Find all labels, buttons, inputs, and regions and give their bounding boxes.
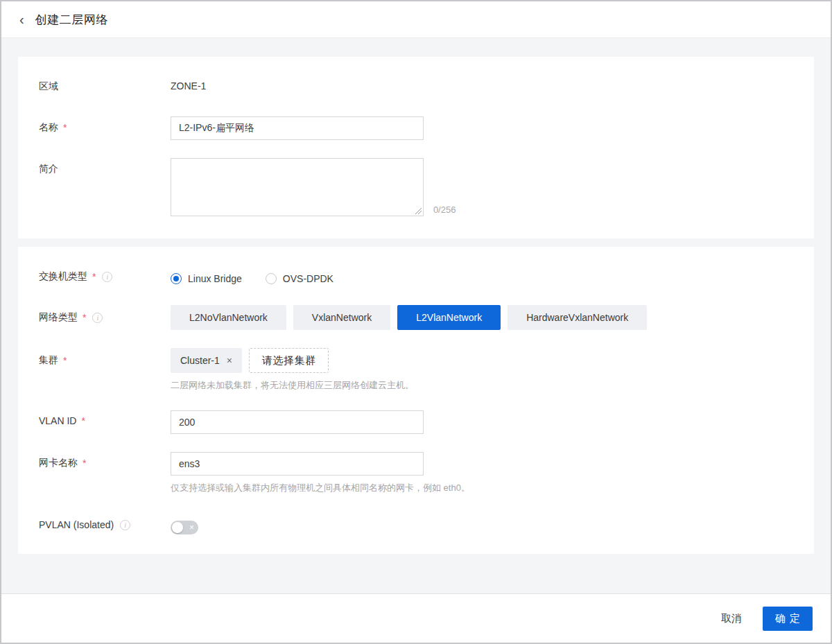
cluster-helper-text: 二层网络未加载集群，将无法使用相应三层网络创建云主机。 [171,379,793,392]
vlan-id-row: VLAN ID* [39,410,793,434]
cluster-label: 集群 [39,354,58,367]
description-label: 简介 [39,163,58,175]
vlan-id-input[interactable] [171,410,424,434]
nic-name-label: 网卡名称 [39,457,78,469]
page-header: ‹ 创建二层网络 [1,1,831,38]
description-label-wrap: 简介 [39,158,171,175]
network-type-button-group: L2NoVlanNetwork VxlanNetwork L2VlanNetwo… [171,305,793,330]
pvlan-label: PVLAN (Isolated) [39,519,114,530]
nic-name-row: 网卡名称* 仅支持选择或输入集群内所有物理机之间具体相同名称的网卡，例如 eth… [39,452,793,494]
zone-label: 区域 [39,80,58,93]
name-input[interactable] [171,116,424,140]
switch-type-radio-group: Linux Bridge OVS-DPDK [171,270,793,284]
zone-row: 区域 ZONE-1 [39,80,793,93]
network-type-vxlan-button[interactable]: VxlanNetwork [293,305,390,330]
cluster-tag-label: Cluster-1 [180,355,220,366]
description-row: 简介 0/256 [39,158,793,216]
required-asterisk: * [63,122,67,133]
radio-unselected-icon [266,273,277,284]
required-asterisk: * [83,458,86,469]
radio-label: Linux Bridge [188,273,242,284]
required-asterisk: * [92,271,96,282]
cluster-label-wrap: 集群* [39,348,171,367]
zone-value: ZONE-1 [171,80,206,92]
pvlan-row: PVLAN (Isolated) i × [39,519,793,534]
zone-label-wrap: 区域 [39,80,171,93]
back-button[interactable]: ‹ [19,12,24,26]
cancel-button[interactable]: 取消 [721,612,742,625]
name-label-wrap: 名称* [39,116,171,134]
form-content: 区域 ZONE-1 名称* 简介 [1,38,831,593]
vlan-id-label: VLAN ID [39,415,76,426]
info-icon[interactable]: i [102,272,112,282]
back-chevron-icon: ‹ [19,12,24,26]
nic-name-label-wrap: 网卡名称* [39,452,171,469]
confirm-button[interactable]: 确定 [763,607,813,631]
page-title: 创建二层网络 [35,12,108,28]
cluster-selection: Cluster-1 × 请选择集群 [171,348,793,373]
info-icon[interactable]: i [92,313,103,323]
switch-type-label: 交换机类型 [39,270,87,283]
cluster-tag: Cluster-1 × [171,348,242,373]
toggle-off-icon: × [189,523,194,532]
pvlan-label-wrap: PVLAN (Isolated) i [39,519,171,530]
name-row: 名称* [39,116,793,140]
switch-type-row: 交换机类型* i Linux Bridge OVS-DPDK [39,270,793,284]
network-config-card: 交换机类型* i Linux Bridge OVS-DPDK [18,247,814,554]
toggle-knob-icon [172,522,183,533]
select-cluster-button[interactable]: 请选择集群 [249,348,329,373]
vlan-id-label-wrap: VLAN ID* [39,410,171,426]
description-textarea[interactable] [171,158,424,216]
radio-ovs-dpdk[interactable]: OVS-DPDK [266,273,333,284]
network-type-label-wrap: 网络类型* i [39,305,171,324]
name-label: 名称 [39,121,58,134]
network-type-l2novlan-button[interactable]: L2NoVlanNetwork [171,305,286,330]
switch-type-label-wrap: 交换机类型* i [39,270,171,283]
nic-helper-text: 仅支持选择或输入集群内所有物理机之间具体相同名称的网卡，例如 eth0。 [171,482,793,494]
network-type-l2vlan-button[interactable]: L2VlanNetwork [397,305,501,330]
nic-name-input[interactable] [171,452,424,476]
char-counter: 0/256 [433,204,456,216]
info-icon[interactable]: i [120,520,130,530]
required-asterisk: * [63,355,67,366]
pvlan-toggle[interactable]: × [171,521,198,534]
radio-selected-icon [171,273,182,284]
resize-handle-icon[interactable] [415,208,422,214]
footer-actions: 取消 确定 [1,593,831,643]
radio-label: OVS-DPDK [283,273,333,284]
network-type-row: 网络类型* i L2NoVlanNetwork VxlanNetwork L2V… [39,305,793,330]
radio-linux-bridge[interactable]: Linux Bridge [171,273,242,284]
basic-info-card: 区域 ZONE-1 名称* 简介 [18,57,814,238]
network-type-hardwarevxlan-button[interactable]: HardwareVxlanNetwork [508,305,647,330]
create-l2-network-page: ‹ 创建二层网络 区域 ZONE-1 名称* [0,0,832,644]
network-type-label: 网络类型 [39,311,78,324]
required-asterisk: * [83,312,86,323]
required-asterisk: * [81,415,85,426]
remove-tag-icon[interactable]: × [227,356,232,365]
cluster-row: 集群* Cluster-1 × 请选择集群 二层网络未加载集群，将无法使用相应三… [39,348,793,392]
